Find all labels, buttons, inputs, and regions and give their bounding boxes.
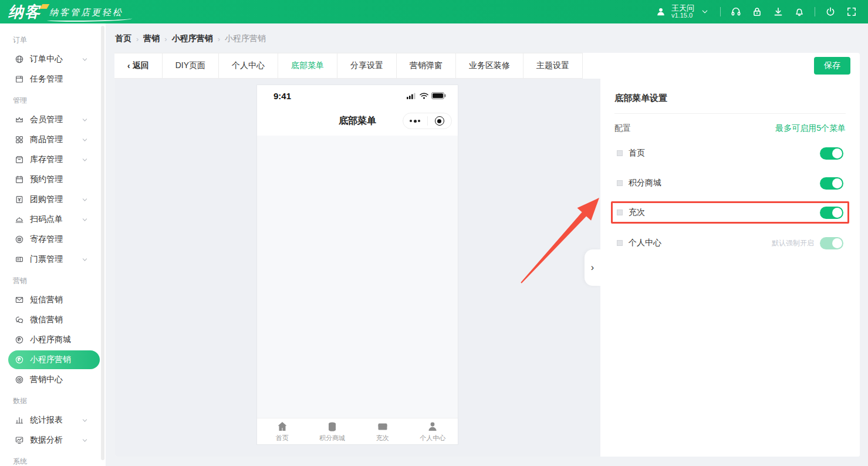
- sidebar-item-商品管理[interactable]: 商品管理: [8, 130, 100, 149]
- tab-row: ‹返回 DIY页面个人中心底部菜单分享设置营销弹窗业务区装修主题设置保存: [115, 53, 860, 79]
- phone-nav-bar: 底部菜单: [257, 106, 458, 136]
- phone-tab-充次[interactable]: 充次: [357, 418, 408, 444]
- sidebar-item-统计报表[interactable]: 统计报表: [8, 411, 100, 430]
- phone-tab-首页[interactable]: 首页: [257, 418, 308, 444]
- sidebar-item-会员管理[interactable]: 会员管理: [8, 110, 100, 129]
- sidebar-item-数据分析[interactable]: 数据分析: [8, 431, 100, 450]
- sidebar-item-门票管理[interactable]: 门票管理: [8, 250, 100, 269]
- phone-tab-label: 充次: [376, 434, 389, 443]
- phone-status-bar: 9:41: [257, 85, 458, 106]
- breadcrumb-item[interactable]: 首页: [115, 33, 131, 44]
- sidebar-item-label: 团购管理: [30, 194, 63, 205]
- drag-handle-icon[interactable]: [617, 240, 623, 246]
- signal-icon: [407, 93, 417, 99]
- breadcrumb-item[interactable]: 营销: [143, 33, 160, 44]
- box-icon: [14, 154, 25, 165]
- save-button[interactable]: 保存: [814, 57, 850, 75]
- phone-tab-label: 首页: [276, 434, 289, 443]
- drag-handle-icon[interactable]: [617, 180, 623, 186]
- sidebar-item-库存管理[interactable]: 库存管理: [8, 150, 100, 169]
- target-dot-icon[interactable]: [428, 116, 452, 126]
- avatar-icon: [655, 6, 667, 18]
- sidebar-item-短信营销[interactable]: 短信营销: [8, 291, 100, 309]
- sidebar-item-扫码点单[interactable]: 扫码点单: [8, 210, 100, 229]
- sidebar-item-小程序营销[interactable]: 小程序营销: [8, 350, 100, 369]
- sidebar-item-label: 预约管理: [30, 174, 63, 185]
- breadcrumb-item[interactable]: 小程序营销: [172, 33, 213, 44]
- back-arrow-icon: ‹: [127, 61, 130, 70]
- row-note: 默认强制开启: [772, 238, 814, 248]
- sidebar-item-寄存管理[interactable]: 寄存管理: [8, 230, 100, 249]
- sidebar-section-label: 营销: [0, 270, 106, 289]
- sidebar-item-微信营销[interactable]: 微信营销: [8, 310, 100, 329]
- sidebar-section-label: 订单: [0, 29, 106, 49]
- tab-DIY页面[interactable]: DIY页面: [162, 53, 219, 79]
- toggle-switch-个人中心: [820, 237, 843, 249]
- sidebar-item-预约管理[interactable]: 预约管理: [8, 170, 100, 189]
- back-button[interactable]: ‹返回: [114, 53, 163, 79]
- sidebar-item-label: 统计报表: [30, 415, 63, 426]
- sidebar-item-任务管理[interactable]: 任务管理: [8, 70, 100, 89]
- breadcrumb-separator-icon: ›: [136, 35, 139, 43]
- sidebar-item-营销中心[interactable]: 营销中心: [8, 370, 100, 389]
- download-icon[interactable]: [772, 6, 784, 18]
- card-icon: [377, 421, 389, 433]
- wechat-icon: [14, 315, 25, 325]
- lock-icon[interactable]: [751, 6, 763, 18]
- sidebar-item-label: 微信营销: [30, 315, 63, 325]
- miniprogram-capsule[interactable]: [403, 113, 452, 129]
- sidebar-item-团购管理[interactable]: 团购管理: [8, 190, 100, 209]
- sidebar-item-label: 短信营销: [30, 295, 63, 305]
- tab-个人中心[interactable]: 个人中心: [218, 53, 278, 79]
- brand-logo: 纳客 纳客管店更轻松: [0, 2, 123, 22]
- menu-row-label: 首页: [629, 148, 645, 158]
- headset-icon[interactable]: [730, 6, 742, 18]
- panel-expander-button[interactable]: ›: [585, 249, 600, 286]
- monitor-icon: [14, 435, 25, 445]
- sidebar-item-订单中心[interactable]: 订单中心: [8, 50, 100, 69]
- tab-主题设置[interactable]: 主题设置: [523, 53, 583, 79]
- tab-底部菜单[interactable]: 底部菜单: [278, 53, 337, 79]
- person-icon: [427, 421, 438, 433]
- sidebar-item-label: 库存管理: [30, 154, 63, 165]
- menu-row-label: 个人中心: [629, 238, 661, 248]
- divider: [815, 7, 815, 16]
- tab-分享设置[interactable]: 分享设置: [337, 53, 397, 79]
- phone-tab-积分商城[interactable]: 积分商城: [308, 418, 358, 444]
- more-dots-icon[interactable]: [403, 120, 427, 123]
- menu-config-row-充次: 充次: [611, 201, 849, 224]
- drag-handle-icon[interactable]: [617, 150, 623, 156]
- bottom-menu-settings-panel: 底部菜单设置 配置 最多可启用5个菜单 首页积分商城充次个人中心默认强制开启: [600, 79, 860, 457]
- phone-page-body: [257, 136, 458, 418]
- sidebar-item-小程序商城[interactable]: 小程序商城: [8, 330, 100, 349]
- chevron-down-icon: [79, 134, 90, 145]
- main-card: ‹返回 DIY页面个人中心底部菜单分享设置营销弹窗业务区装修主题设置保存 9:4…: [115, 53, 860, 457]
- tab-业务区装修[interactable]: 业务区装修: [455, 53, 523, 79]
- sidebar-item-label: 门票管理: [30, 254, 63, 265]
- chevron-down-icon: [699, 6, 711, 18]
- status-time: 9:41: [273, 91, 291, 101]
- toggle-switch-积分商城[interactable]: [820, 177, 843, 190]
- panel-title: 底部菜单设置: [614, 89, 846, 113]
- drag-handle-icon[interactable]: [617, 210, 623, 215]
- sidebar-nav: 订单订单中心任务管理管理会员管理商品管理库存管理预约管理团购管理扫码点单寄存管理…: [0, 23, 106, 466]
- user-name: 王天问: [671, 4, 694, 12]
- toggle-switch-充次[interactable]: [820, 207, 843, 219]
- sidebar-scrollbar[interactable]: [101, 26, 104, 460]
- bell-icon[interactable]: [793, 6, 805, 18]
- divider: [720, 7, 721, 16]
- miniprogram-icon: [14, 335, 25, 345]
- toggle-switch-首页[interactable]: [820, 147, 843, 160]
- chevron-down-icon: [79, 435, 90, 445]
- breadcrumb-item: 小程序营销: [225, 33, 266, 44]
- power-icon[interactable]: [825, 6, 836, 18]
- fullscreen-icon[interactable]: [846, 6, 857, 18]
- user-menu[interactable]: 王天问 v1.15.0: [655, 4, 711, 19]
- tab-营销弹窗[interactable]: 营销弹窗: [396, 53, 456, 79]
- phone-tab-个人中心[interactable]: 个人中心: [408, 418, 458, 444]
- sidebar-item-label: 商品管理: [30, 134, 63, 145]
- mail-icon: [14, 295, 25, 305]
- sidebar-section-label: 系统: [0, 451, 106, 466]
- battery-icon: [431, 92, 446, 99]
- page-scrollbar[interactable]: [860, 23, 868, 466]
